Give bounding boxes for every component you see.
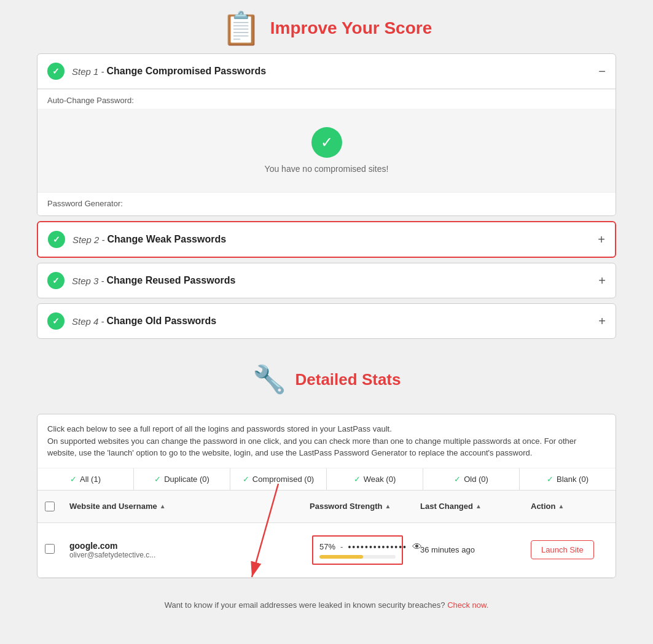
strength-sort-icon: ▲ [385, 503, 391, 510]
password-row: 57% - •••••••••••••• 👁 [319, 541, 396, 553]
no-compromised-area: ✓ You have no compromised sites! [37, 109, 616, 192]
step-3-label: Step 3 - [72, 276, 104, 286]
table-header-checkbox [37, 497, 62, 516]
bottom-note-text: Want to know if your email addresses wer… [165, 600, 445, 610]
step-2-label: Step 2 - [72, 235, 105, 245]
filter-tab-old-label: Old (0) [464, 475, 488, 484]
password-generator-label: Password Generator: [37, 192, 616, 215]
step-3-check-icon: ✓ [47, 272, 65, 289]
check-now-link[interactable]: Check now. [447, 600, 488, 610]
changed-sort-icon: ▲ [475, 503, 482, 510]
filter-tab-weak[interactable]: ✓ Weak (0) [327, 468, 423, 490]
password-mask: •••••••••••••• [348, 542, 407, 552]
filter-tab-blank[interactable]: ✓ Blank (0) [520, 468, 616, 490]
step-1-name: Change Compromised Passwords [107, 66, 267, 77]
table-header-site-label: Website and Username [69, 502, 157, 511]
filter-tab-blank-label: Blank (0) [557, 475, 588, 484]
table-header-site[interactable]: Website and Username ▲ [62, 497, 302, 516]
step-3-card: ✓ Step 3 - Change Reused Passwords + [37, 263, 616, 298]
table-row: google.com oliver@safetydetective.c... 5… [37, 523, 616, 578]
stats-desc-line2: On supported websites you can change the… [47, 436, 576, 458]
last-changed-text: 36 minutes ago [420, 545, 475, 554]
bottom-note: Want to know if your email addresses wer… [37, 591, 616, 619]
step-3-name: Change Reused Passwords [107, 275, 236, 286]
auto-change-label: Auto-Change Password: [37, 89, 616, 109]
filter-tab-old[interactable]: ✓ Old (0) [423, 468, 520, 490]
select-all-checkbox[interactable] [45, 502, 55, 511]
detailed-stats-title: Detailed Stats [295, 370, 401, 389]
strength-cell: 57% - •••••••••••••• 👁 [302, 528, 413, 572]
password-table: Website and Username ▲ Password Strength… [37, 491, 616, 578]
filter-tab-compromised[interactable]: ✓ Compromised (0) [230, 468, 327, 490]
step-2-header[interactable]: ✓ Step 2 - Change Weak Passwords + [38, 222, 615, 257]
step-4-header[interactable]: ✓ Step 4 - Change Old Passwords + [37, 304, 616, 338]
step-4-check-icon: ✓ [47, 312, 65, 330]
password-strength-box: 57% - •••••••••••••• 👁 [312, 535, 403, 565]
filter-tab-all[interactable]: ✓ All (1) [37, 468, 134, 490]
steps-container: ✓ Step 1 - Change Compromised Passwords … [37, 53, 616, 339]
page-header: 📋 Improve Your Score [37, 0, 616, 53]
step-2-card: ✓ Step 2 - Change Weak Passwords + [37, 221, 616, 258]
step-3-header[interactable]: ✓ Step 3 - Change Reused Passwords + [37, 263, 616, 298]
action-cell: Launch Site [523, 535, 616, 564]
filter-tab-compromised-label: Compromised (0) [252, 475, 314, 484]
dash-separator: - [340, 542, 343, 551]
strength-bar-container [319, 555, 396, 559]
clipboard-icon: 📋 [221, 12, 261, 44]
filter-tab-weak-label: Weak (0) [364, 475, 396, 484]
stats-description: Click each below to see a full report of… [37, 414, 616, 468]
page-title: Improve Your Score [270, 18, 432, 38]
filter-tab-duplicate[interactable]: ✓ Duplicate (0) [134, 468, 230, 490]
step-4-card: ✓ Step 4 - Change Old Passwords + [37, 303, 616, 339]
row-checkbox-cell [37, 539, 62, 561]
step-4-name: Change Old Passwords [107, 316, 217, 327]
row-checkbox[interactable] [45, 544, 55, 554]
table-header-changed-label: Last Changed [420, 502, 473, 511]
detailed-stats-header: 🔧 Detailed Stats [37, 357, 616, 402]
table-header-action-label: Action [531, 502, 555, 511]
stats-desc-line1: Click each below to see a full report of… [47, 424, 392, 433]
table-header-strength-label: Password Strength [310, 502, 382, 511]
step-1-card: ✓ Step 1 - Change Compromised Passwords … [37, 53, 616, 216]
table-header-strength[interactable]: Password Strength ▲ [302, 497, 413, 516]
strength-bar-fill [319, 555, 363, 559]
site-username: oliver@safetydetective.c... [69, 551, 295, 559]
launch-site-button[interactable]: Launch Site [531, 540, 594, 559]
step-1-label: Step 1 - [72, 66, 104, 77]
site-cell: google.com oliver@safetydetective.c... [62, 536, 302, 564]
step-1-header[interactable]: ✓ Step 1 - Change Compromised Passwords … [37, 54, 616, 89]
step-2-check-icon: ✓ [48, 231, 65, 248]
step-4-toggle[interactable]: + [598, 314, 606, 328]
step-1-toggle[interactable]: − [598, 64, 606, 79]
site-name: google.com [69, 541, 295, 551]
step-4-label: Step 4 - [72, 316, 104, 327]
no-compromised-text: You have no compromised sites! [265, 164, 389, 174]
table-header: Website and Username ▲ Password Strength… [37, 491, 616, 523]
table-header-action[interactable]: Action ▲ [523, 497, 616, 516]
last-changed-cell: 36 minutes ago [413, 540, 523, 559]
step-1-content: Auto-Change Password: ✓ You have no comp… [37, 89, 616, 215]
filter-tabs: ✓ All (1) ✓ Duplicate (0) ✓ Compromised … [37, 468, 616, 491]
filter-tab-all-label: All (1) [80, 475, 101, 484]
step-2-name: Change Weak Passwords [108, 234, 227, 245]
step-3-toggle[interactable]: + [598, 274, 606, 288]
step-1-check-icon: ✓ [47, 63, 65, 80]
wrench-icon: 🔧 [252, 363, 286, 395]
strength-percent: 57% [319, 542, 335, 551]
step-2-toggle[interactable]: + [598, 233, 605, 247]
site-sort-icon: ▲ [160, 503, 166, 510]
filter-tab-duplicate-label: Duplicate (0) [164, 475, 209, 484]
action-sort-icon: ▲ [558, 503, 564, 510]
table-header-changed[interactable]: Last Changed ▲ [413, 497, 523, 516]
stats-card: Click each below to see a full report of… [37, 414, 616, 578]
no-compromised-check-icon: ✓ [311, 127, 342, 158]
